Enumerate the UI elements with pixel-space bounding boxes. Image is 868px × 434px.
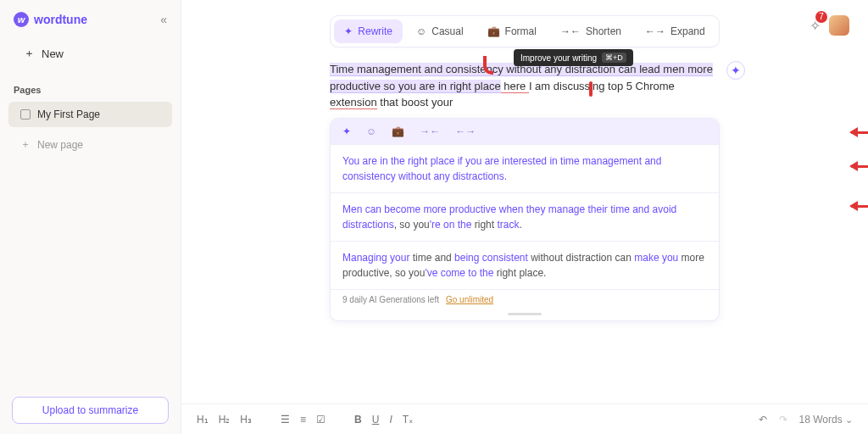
upload-to-summarize-button[interactable]: Upload to summarize bbox=[12, 397, 169, 424]
sidebar-item-label: My First Page bbox=[37, 108, 100, 120]
chevron-down-icon: ⌄ bbox=[845, 415, 853, 425]
bold-button[interactable]: B bbox=[354, 414, 362, 426]
casual-button[interactable]: ☺Casual bbox=[406, 19, 474, 43]
drag-handle[interactable] bbox=[508, 313, 542, 315]
tooltip-text: Improve your writing bbox=[520, 53, 597, 63]
suggestion-item[interactable]: Managing your time and being consistent … bbox=[331, 241, 719, 289]
expand-icon: ←→ bbox=[645, 25, 665, 37]
format-bottombar: H₁ H₂ H₃ ☰ ≡ ☑ B U I Tₓ ↶ ↷ 18 Words ⌄ bbox=[181, 403, 868, 434]
new-document-button[interactable]: ＋ New bbox=[12, 39, 169, 68]
suggestion-text: . bbox=[519, 219, 521, 231]
text-segment: here bbox=[501, 80, 529, 93]
formal-icon: 💼 bbox=[487, 25, 500, 37]
suggestion-text: right place. bbox=[493, 267, 546, 279]
new-page-label: New page bbox=[37, 139, 83, 151]
suggestion-text: 're on the bbox=[430, 219, 472, 231]
panel-tab-shorten[interactable]: →← bbox=[420, 125, 440, 137]
plus-icon: ＋ bbox=[20, 137, 31, 152]
annotation-arrow bbox=[851, 205, 868, 208]
clear-format-button[interactable]: Tₓ bbox=[403, 414, 413, 426]
new-page-button[interactable]: ＋ New page bbox=[8, 131, 172, 159]
suggestion-item[interactable]: Men can become more productive when they… bbox=[331, 192, 719, 241]
formal-button[interactable]: 💼Formal bbox=[477, 19, 547, 43]
suggestion-text: , so you bbox=[394, 219, 430, 231]
heading2-button[interactable]: H₂ bbox=[219, 414, 231, 426]
italic-button[interactable]: I bbox=[389, 414, 392, 426]
suggestion-item[interactable]: You are in the right place if you are in… bbox=[331, 144, 719, 192]
brand-name: wordtune bbox=[34, 13, 87, 26]
rewrite-label: Rewrite bbox=[358, 25, 392, 37]
document-area[interactable]: ✦ Time management and consistency withou… bbox=[330, 61, 720, 321]
brand-logo-icon: w bbox=[14, 12, 29, 27]
shorten-icon: →← bbox=[560, 25, 581, 37]
numbered-list-button[interactable]: ≡ bbox=[300, 414, 306, 426]
suggestion-text: time and bbox=[409, 252, 454, 264]
expand-button[interactable]: ←→Expand bbox=[635, 19, 715, 43]
checklist-button[interactable]: ☑ bbox=[316, 414, 326, 426]
suggestion-text: 've come to the bbox=[425, 267, 493, 279]
panel-tabs: ✦ ☺ 💼 →← ←→ bbox=[331, 119, 719, 144]
casual-icon: ☺ bbox=[416, 25, 426, 37]
suggestion-text: make you bbox=[634, 252, 678, 264]
add-block-button[interactable]: ✦ bbox=[726, 61, 745, 80]
rewrite-tooltip: Improve your writing ⌘+D bbox=[514, 49, 633, 66]
sidebar: w wordtune « ＋ New Pages My First Page ＋… bbox=[0, 0, 181, 434]
plus-icon: ✦ bbox=[731, 64, 741, 77]
suggestion-text: being consistent bbox=[454, 252, 528, 264]
suggestion-text: right bbox=[471, 219, 497, 231]
tooltip-shortcut: ⌘+D bbox=[602, 53, 626, 63]
panel-tab-rewrite[interactable]: ✦ bbox=[342, 125, 351, 137]
notifications-button[interactable]: ✧ 7 bbox=[810, 18, 821, 34]
heading3-button[interactable]: H₃ bbox=[240, 414, 252, 426]
expand-label: Expand bbox=[670, 25, 705, 37]
redo-button[interactable]: ↷ bbox=[779, 414, 787, 426]
shorten-button[interactable]: →←Shorten bbox=[550, 19, 632, 43]
brand[interactable]: w wordtune bbox=[14, 12, 87, 27]
document-text[interactable]: Time management and consistency without … bbox=[330, 61, 720, 111]
rewrite-toolbar: ✦Rewrite ☺Casual 💼Formal →←Shorten ←→Exp… bbox=[330, 15, 719, 47]
plus-icon: ＋ bbox=[24, 46, 35, 61]
panel-tab-formal[interactable]: 💼 bbox=[392, 125, 404, 137]
casual-label: Casual bbox=[431, 25, 463, 37]
rewrite-button[interactable]: ✦Rewrite bbox=[334, 19, 403, 43]
shorten-label: Shorten bbox=[586, 25, 621, 37]
heading1-button[interactable]: H₁ bbox=[197, 414, 209, 426]
collapse-sidebar-button[interactable]: « bbox=[160, 13, 167, 26]
suggestion-text: Managing your bbox=[342, 252, 409, 264]
panel-tab-expand[interactable]: ←→ bbox=[455, 125, 476, 137]
annotation-arrow bbox=[851, 165, 868, 168]
underline-button[interactable]: U bbox=[372, 414, 380, 426]
sparkle-icon: ✦ bbox=[344, 25, 353, 37]
bullet-list-button[interactable]: ☰ bbox=[281, 414, 290, 426]
suggestion-text: without distraction can bbox=[528, 252, 634, 264]
document-icon bbox=[20, 109, 31, 120]
panel-tab-casual[interactable]: ☺ bbox=[366, 125, 376, 137]
text-segment: extension bbox=[330, 96, 377, 109]
annotation-mark bbox=[483, 56, 493, 75]
undo-button[interactable]: ↶ bbox=[759, 414, 767, 426]
suggestions-panel: ✦ ☺ 💼 →← ←→ You are in the right place i… bbox=[330, 118, 720, 321]
panel-footer: 9 daily AI Generations left Go unlimited bbox=[331, 289, 719, 309]
new-label: New bbox=[42, 47, 64, 60]
suggestion-text: track bbox=[497, 219, 519, 231]
user-avatar[interactable] bbox=[829, 15, 849, 36]
generations-left-text: 9 daily AI Generations left bbox=[342, 295, 439, 304]
annotation-arrow bbox=[851, 131, 868, 134]
formal-label: Formal bbox=[505, 25, 537, 37]
pages-section-title: Pages bbox=[0, 80, 181, 100]
sidebar-item-my-first-page[interactable]: My First Page bbox=[8, 102, 172, 127]
main-area: ✧ 7 ✦Rewrite ☺Casual 💼Formal →←Shorten ←… bbox=[181, 0, 868, 434]
annotation-mark bbox=[589, 81, 593, 97]
text-segment: that boost your bbox=[377, 96, 453, 108]
suggestion-text: You are in the right place if you are in… bbox=[342, 155, 661, 182]
text-segment: I am discussing top 5 Chrome bbox=[529, 80, 675, 92]
word-count[interactable]: 18 Words ⌄ bbox=[799, 414, 853, 426]
notification-badge: 7 bbox=[815, 11, 827, 23]
word-count-label: 18 Words bbox=[799, 414, 843, 426]
go-unlimited-link[interactable]: Go unlimited bbox=[446, 295, 493, 304]
